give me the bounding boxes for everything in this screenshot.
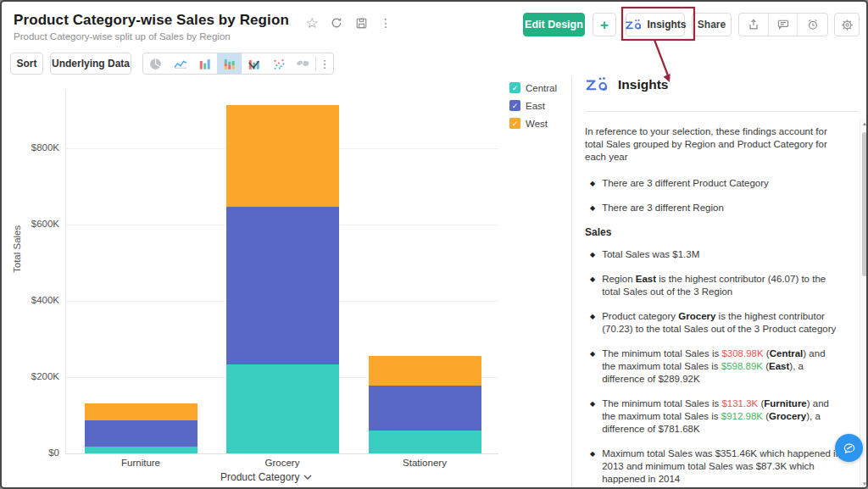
bar-segment-east-grocery[interactable] — [226, 207, 339, 364]
scatter-chart-icon[interactable] — [266, 53, 291, 75]
line-chart-icon[interactable] — [168, 53, 192, 75]
y-axis-tick: $800K — [13, 142, 59, 153]
insight-text: The minimum total Sales is $131.3K (Furn… — [602, 397, 841, 436]
y-axis-line — [65, 89, 66, 453]
insight-bullet: ◆Product category Grocery is the highest… — [585, 310, 844, 336]
page-title: Product Category-wise Sales by Region — [14, 12, 289, 29]
more-chart-types-icon[interactable]: ⋮ — [316, 58, 333, 70]
insights-button-label: Insights — [648, 19, 687, 31]
bar-segment-west-grocery[interactable] — [226, 105, 339, 207]
bar-chart-icon[interactable] — [192, 53, 217, 75]
save-icon[interactable] — [353, 14, 370, 31]
bullet-diamond-icon: ◆ — [585, 397, 595, 436]
insight-text: Region East is the highest contributor (… — [602, 273, 841, 298]
y-axis-tick: $200K — [13, 371, 59, 381]
bar-segment-east-stationery[interactable] — [369, 386, 481, 431]
x-axis-baseline — [65, 453, 498, 454]
bar-segment-west-furniture[interactable] — [85, 403, 198, 420]
legend-item-central[interactable]: ✓Central — [509, 82, 557, 93]
legend-label: West — [526, 119, 548, 129]
bar-segment-central-furniture[interactable] — [85, 447, 198, 453]
bullet-diamond-icon: ◆ — [585, 248, 595, 261]
legend-item-west[interactable]: ✓West — [509, 118, 557, 129]
insight-bullet: ◆Total Sales was $1.3M — [585, 248, 844, 261]
page-subtitle: Product Category-wise split up of Sales … — [14, 31, 231, 42]
scrollbar-thumb[interactable] — [862, 132, 867, 276]
insight-bullet: ◆Region East is the highest contributor … — [585, 273, 844, 298]
pie-chart-icon[interactable] — [143, 53, 168, 75]
analytics-window: Product Category-wise Sales by Region Pr… — [0, 0, 868, 489]
share-button[interactable]: Share — [692, 13, 732, 36]
x-axis-category-label: Grocery — [223, 458, 342, 468]
edit-design-button[interactable]: Edit Design — [523, 13, 585, 36]
chevron-down-icon — [303, 475, 312, 480]
insights-content: In reference to your selection, these fi… — [585, 119, 854, 489]
insight-text: Maximum total Sales was $351.46K which h… — [602, 447, 841, 486]
insights-panel-header: Insights — [585, 76, 668, 93]
chart-legend: ✓Central✓East✓West — [509, 82, 557, 129]
underlying-data-label: Underlying Data — [52, 58, 130, 69]
x-axis-category-label: Stationery — [365, 458, 484, 468]
legend-label: Central — [526, 83, 557, 93]
x-axis-category-label: Furniture — [81, 458, 200, 468]
favorite-star-icon[interactable]: ☆ — [303, 14, 320, 31]
y-axis-tick: $0 — [13, 447, 59, 458]
zia-icon — [585, 76, 610, 93]
y-axis-title: Total Sales — [12, 225, 22, 273]
settings-gear-icon[interactable] — [835, 14, 859, 36]
insight-text: Total Sales was $1.3M — [602, 248, 841, 261]
insights-panel-title: Insights — [618, 77, 668, 92]
insight-bullet: ◆Maximum total Sales was $351.46K which … — [585, 447, 844, 486]
refresh-icon[interactable] — [328, 14, 345, 31]
stacked-bar-chart-icon[interactable] — [217, 53, 242, 75]
legend-label: East — [526, 101, 545, 111]
legend-checkbox[interactable]: ✓ — [509, 118, 520, 129]
bar-segment-central-grocery[interactable] — [226, 364, 339, 453]
title-actions: ☆ ⋮ — [303, 14, 394, 31]
scroll-down-icon[interactable]: ▼ — [860, 481, 868, 486]
bar-segment-west-stationery[interactable] — [369, 356, 481, 386]
bullet-diamond-icon: ◆ — [585, 177, 595, 190]
bullet-diamond-icon: ◆ — [585, 273, 595, 298]
insight-bullet: ◆There are 3 different Product Category — [585, 177, 844, 190]
y-axis-tick: $600K — [13, 219, 59, 229]
comment-icon[interactable] — [769, 14, 798, 36]
plus-icon: + — [600, 18, 609, 32]
edit-design-label: Edit Design — [525, 19, 583, 31]
sort-button[interactable]: Sort — [10, 53, 43, 75]
bar-segment-east-furniture[interactable] — [85, 420, 198, 447]
more-options-icon[interactable]: ⋮ — [377, 14, 394, 31]
sort-label: Sort — [17, 58, 37, 69]
settings-group — [834, 13, 860, 36]
bar-segment-central-stationery[interactable] — [369, 431, 481, 453]
chart-type-switcher: ⋮ — [142, 53, 334, 75]
scroll-up-icon[interactable]: ▲ — [860, 121, 868, 126]
underlying-data-button[interactable]: Underlying Data — [50, 53, 131, 75]
insight-bullet: ◆There are 3 different Region — [585, 202, 844, 214]
insights-intro: In reference to your selection, these fi… — [585, 125, 839, 164]
header-icon-group — [738, 13, 828, 36]
panel-divider — [571, 76, 572, 489]
insights-button[interactable]: Insights — [626, 13, 685, 36]
insight-text: There are 3 different Product Category — [602, 177, 841, 190]
export-icon[interactable] — [739, 14, 769, 36]
legend-item-east[interactable]: ✓East — [509, 100, 557, 111]
insight-bullet: ◆The minimum total Sales is $308.98K (Ce… — [585, 347, 844, 386]
add-button[interactable]: + — [593, 13, 616, 36]
bullet-diamond-icon: ◆ — [585, 202, 595, 214]
legend-checkbox[interactable]: ✓ — [509, 100, 520, 111]
insights-section-heading: Sales — [585, 226, 854, 238]
insight-bullet: ◆The minimum total Sales is $131.3K (Fur… — [585, 397, 844, 436]
combo-chart-icon[interactable] — [242, 53, 266, 75]
chat-fab-button[interactable] — [835, 434, 863, 462]
legend-checkbox[interactable]: ✓ — [509, 82, 520, 93]
insight-text: Product category Grocery is the highest … — [602, 310, 841, 336]
y-axis-tick: $400K — [13, 295, 59, 305]
x-axis-title[interactable]: Product Category — [220, 471, 312, 483]
insights-scrollbar[interactable]: ▲ ▼ — [860, 119, 868, 489]
insight-text: The minimum total Sales is $308.98K (Cen… — [602, 347, 841, 386]
bullet-diamond-icon: ◆ — [585, 447, 595, 486]
bullet-diamond-icon: ◆ — [585, 347, 595, 386]
alarm-icon[interactable] — [798, 14, 827, 36]
map-chart-icon[interactable] — [291, 53, 315, 75]
